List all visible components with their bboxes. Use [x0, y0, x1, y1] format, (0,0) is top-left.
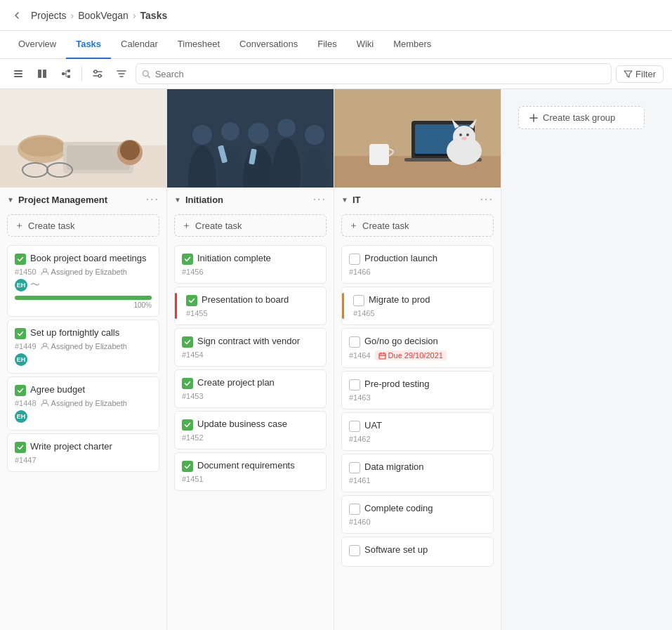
task-1466[interactable]: Production launch #1466 — [341, 245, 494, 284]
task-1453-title: Create project plan — [197, 377, 275, 389]
create-task-it-button[interactable]: ＋ Create task — [341, 214, 494, 237]
task-1465[interactable]: Migrate to prod #1465 — [341, 287, 494, 325]
column-it-title: IT — [353, 195, 361, 205]
task-1455-checkbox[interactable] — [186, 295, 197, 306]
task-1455[interactable]: Presentation to board #1455 — [174, 287, 327, 325]
task-1450-waves: 〜 — [30, 279, 40, 291]
task-1450-progress-bar — [15, 296, 152, 300]
task-1461-checkbox[interactable] — [349, 462, 360, 473]
task-1454[interactable]: Sign contract with vendor #1454 — [174, 328, 327, 367]
task-1452[interactable]: Update business case #1452 — [174, 411, 327, 449]
task-1452-checkbox[interactable] — [182, 419, 193, 431]
filter-button[interactable]: Filter — [616, 65, 664, 83]
task-1460-checkbox[interactable] — [349, 504, 360, 515]
task-1463-checkbox[interactable] — [349, 379, 360, 391]
breadcrumb-bookvegan[interactable]: BookVegan — [78, 10, 129, 21]
plus-icon — [529, 113, 539, 123]
task-1456[interactable]: Initiation complete #1456 — [174, 245, 327, 284]
list-view-icon[interactable] — [8, 64, 28, 84]
create-task-pm-label: Create task — [28, 221, 74, 231]
task-1455-id: #1455 — [186, 309, 208, 317]
back-button[interactable] — [8, 7, 25, 24]
task-1451-checkbox[interactable] — [182, 461, 193, 472]
create-task-pm-button[interactable]: ＋ Create task — [7, 214, 159, 237]
task-1460[interactable]: Complete coding #1460 — [341, 495, 494, 534]
task-1449-assign: Assigned by Elizabeth — [41, 342, 127, 350]
task-1459[interactable]: Software set up — [341, 537, 494, 567]
task-1463[interactable]: Pre-prod testing #1463 — [341, 371, 494, 409]
top-bar: Projects › BookVegan › Tasks — [0, 0, 672, 31]
filter-icon[interactable] — [88, 64, 107, 84]
task-1459-checkbox[interactable] — [349, 545, 360, 556]
task-1454-checkbox[interactable] — [182, 336, 193, 348]
task-1461[interactable]: Data migration #1461 — [341, 454, 494, 492]
task-1466-title: Production launch — [364, 253, 437, 265]
task-1448-checkbox[interactable] — [15, 385, 26, 396]
column-pm-collapse[interactable]: ▼ — [7, 196, 14, 204]
column-it-menu[interactable]: ··· — [480, 193, 494, 206]
task-1462-title: UAT — [364, 420, 382, 432]
task-1450-checkbox[interactable] — [15, 254, 26, 265]
task-1464[interactable]: Go/no go decision #1464 Due 29/10/2021 — [341, 328, 494, 368]
svg-point-32 — [248, 123, 269, 144]
sort-icon[interactable] — [112, 64, 131, 84]
task-1456-title: Initiation complete — [197, 253, 271, 265]
column-pm-header: ▼ Project Management ··· — [0, 188, 166, 211]
task-1464-checkbox[interactable] — [349, 336, 360, 348]
breadcrumb-projects[interactable]: Projects — [31, 10, 67, 21]
board-view-icon[interactable] — [32, 64, 52, 84]
svg-point-48 — [466, 133, 469, 136]
svg-rect-1 — [14, 73, 22, 74]
svg-rect-2 — [14, 76, 22, 77]
tab-wiki[interactable]: Wiki — [347, 31, 384, 59]
task-1462-checkbox[interactable] — [349, 421, 360, 432]
create-task-init-button[interactable]: ＋ Create task — [174, 214, 327, 237]
filter-funnel-icon — [624, 70, 633, 79]
svg-point-33 — [277, 119, 296, 137]
column-init-collapse[interactable]: ▼ — [174, 196, 181, 204]
svg-rect-0 — [14, 70, 22, 72]
task-1450[interactable]: Book project board meetings #1450 Assign… — [7, 245, 159, 317]
task-1447[interactable]: Write project charter #1447 — [7, 433, 159, 472]
tab-files[interactable]: Files — [308, 31, 346, 59]
task-1447-title: Write project charter — [30, 441, 112, 453]
search-icon — [142, 70, 151, 79]
task-1460-title: Complete coding — [364, 503, 433, 515]
hierarchy-icon[interactable] — [56, 64, 76, 84]
task-1466-id: #1466 — [349, 268, 371, 276]
column-init-menu[interactable]: ··· — [313, 193, 327, 206]
task-1449-title: Set up fortnightly calls — [30, 327, 119, 339]
search-input[interactable] — [155, 69, 605, 79]
tab-members[interactable]: Members — [383, 31, 441, 59]
task-1451-title: Document requirements — [197, 460, 295, 472]
task-1465-id: #1465 — [353, 309, 375, 317]
task-1465-checkbox[interactable] — [353, 295, 364, 306]
column-pm-menu[interactable]: ··· — [146, 193, 159, 206]
column-it-collapse[interactable]: ▼ — [341, 196, 348, 204]
task-1466-checkbox[interactable] — [349, 254, 360, 265]
task-1452-id: #1452 — [182, 433, 204, 442]
tab-calendar[interactable]: Calendar — [111, 31, 168, 59]
tab-tasks[interactable]: Tasks — [66, 31, 111, 59]
task-1456-checkbox[interactable] — [182, 254, 193, 265]
task-1450-progress-label: 100% — [15, 301, 152, 309]
task-1448[interactable]: Agree budget #1448 Assigned by Elizabeth… — [7, 376, 159, 431]
task-1449-checkbox[interactable] — [15, 328, 26, 339]
column-it-scroll: Production launch #1466 Migrate to prod … — [334, 242, 501, 630]
task-1449[interactable]: Set up fortnightly calls #1449 Assigned … — [7, 320, 159, 374]
task-1450-id: #1450 — [15, 268, 37, 276]
task-1453[interactable]: Create project plan #1453 — [174, 369, 327, 408]
task-1459-title: Software set up — [364, 544, 428, 556]
tab-conversations[interactable]: Conversations — [230, 31, 308, 59]
tab-timesheet[interactable]: Timesheet — [168, 31, 230, 59]
svg-point-10 — [143, 70, 148, 76]
task-1447-checkbox[interactable] — [15, 442, 26, 453]
column-it-image — [334, 89, 501, 188]
task-1453-checkbox[interactable] — [182, 378, 193, 389]
tab-overview[interactable]: Overview — [8, 31, 66, 59]
filter-label: Filter — [635, 69, 656, 79]
create-task-group-button[interactable]: Create task group — [518, 106, 645, 129]
create-task-init-label: Create task — [195, 221, 242, 231]
task-1451[interactable]: Document requirements #1451 — [174, 452, 327, 491]
task-1462[interactable]: UAT #1462 — [341, 412, 494, 451]
